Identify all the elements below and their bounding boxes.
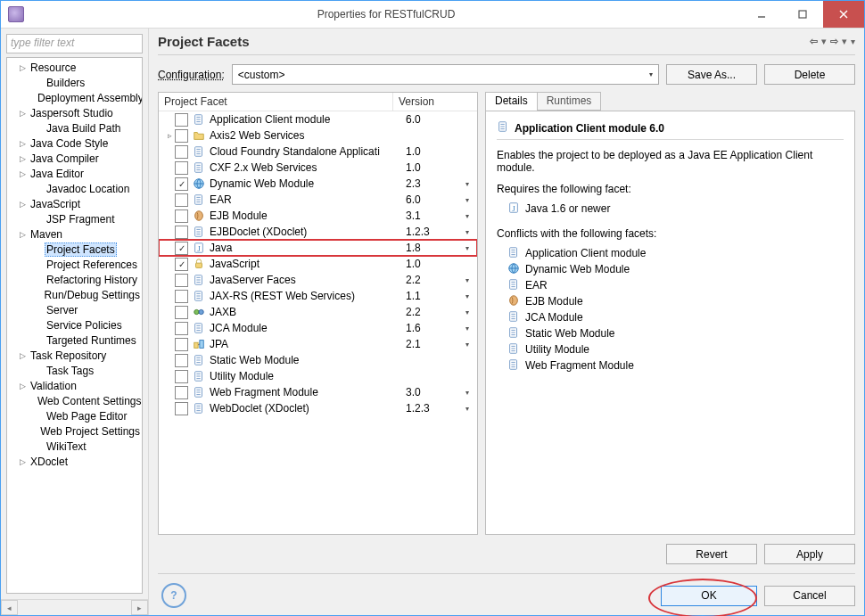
tree-item[interactable]: Builders [7, 75, 142, 90]
version-dropdown[interactable]: ▾ [457, 341, 477, 349]
facet-checkbox[interactable] [175, 258, 188, 271]
version-dropdown[interactable]: ▾ [457, 196, 477, 204]
facet-checkbox[interactable] [175, 290, 188, 303]
facet-table-body[interactable]: Application Client module6.0▹Axis2 Web S… [159, 111, 477, 534]
facet-checkbox[interactable] [175, 338, 188, 351]
facet-row[interactable]: JAXB2.2▾ [159, 304, 477, 320]
facet-row[interactable]: JavaScript1.0 [159, 256, 477, 272]
facet-row[interactable]: Dynamic Web Module2.3▾ [159, 176, 477, 192]
tree-item[interactable]: ▷Java Compiler [7, 151, 142, 166]
facet-row[interactable]: Web Fragment Module3.0▾ [159, 384, 477, 400]
help-button[interactable]: ? [161, 583, 186, 608]
filter-input[interactable]: type filter text [6, 34, 143, 53]
facet-checkbox[interactable] [175, 209, 188, 223]
col-version[interactable]: Version [393, 93, 477, 111]
apply-button[interactable]: Apply [764, 544, 855, 564]
tree-item[interactable]: Web Project Settings [7, 423, 142, 439]
version-dropdown[interactable]: ▾ [457, 292, 477, 300]
tree-item[interactable]: ▷Java Code Style [7, 136, 142, 151]
tree-item[interactable]: ▷XDoclet [7, 454, 142, 469]
tree-item[interactable]: Project References [7, 257, 142, 272]
tree-item[interactable]: ▷Validation [7, 378, 142, 393]
facet-checkbox[interactable] [175, 354, 188, 367]
tree-item[interactable]: Task Tags [7, 363, 142, 378]
version-dropdown[interactable]: ▾ [457, 308, 477, 316]
facet-checkbox[interactable] [175, 322, 188, 335]
version-dropdown[interactable]: ▾ [457, 244, 477, 252]
facet-row[interactable]: JJava1.8▾ [159, 240, 477, 256]
view-menu-icon[interactable]: ▾ [851, 37, 855, 46]
tree-item[interactable]: WikiText [7, 439, 142, 454]
scroll-track[interactable] [18, 600, 131, 615]
facet-checkbox[interactable] [175, 386, 188, 399]
configuration-select[interactable]: <custom> ▾ [232, 64, 659, 85]
save-as-button[interactable]: Save As... [666, 64, 757, 85]
facet-row[interactable]: JPA2.1▾ [159, 336, 477, 352]
facet-row[interactable]: EJBDoclet (XDoclet)1.2.3▾ [159, 224, 477, 240]
category-tree[interactable]: ▷ResourceBuildersDeployment Assembly▷Jas… [6, 57, 143, 594]
close-button[interactable] [823, 1, 864, 28]
tree-item[interactable]: Web Page Editor [7, 408, 142, 423]
tree-item[interactable]: ▷Jaspersoft Studio [7, 105, 142, 120]
tree-item[interactable]: Refactoring History [7, 272, 142, 287]
facet-checkbox[interactable] [175, 113, 188, 127]
facet-checkbox[interactable] [175, 161, 188, 175]
nav-back-icon[interactable]: ⇦ [810, 36, 818, 47]
version-dropdown[interactable]: ▾ [457, 180, 477, 188]
facet-row[interactable]: Application Client module6.0 [159, 111, 477, 127]
facet-row[interactable]: JAX-RS (REST Web Services)1.1▾ [159, 288, 477, 304]
tree-item[interactable]: ▷JavaScript [7, 196, 142, 211]
tree-item[interactable]: Run/Debug Settings [7, 287, 142, 302]
facet-checkbox[interactable] [175, 306, 188, 319]
tree-item[interactable]: JSP Fragment [7, 211, 142, 226]
tree-item[interactable]: ▷Task Repository [7, 348, 142, 363]
tab-details[interactable]: Details [485, 92, 538, 111]
facet-row[interactable]: Static Web Module [159, 352, 477, 368]
minimize-button[interactable] [741, 1, 782, 28]
facet-checkbox[interactable] [175, 226, 188, 239]
tree-item[interactable]: ▷Resource [7, 60, 142, 75]
tree-hscrollbar[interactable]: ◂ ▸ [1, 599, 148, 615]
tree-item[interactable]: Java Build Path [7, 120, 142, 136]
delete-button[interactable]: Delete [764, 64, 855, 85]
facet-row[interactable]: JavaServer Faces2.2▾ [159, 272, 477, 288]
ok-button[interactable]: OK [661, 586, 757, 606]
version-dropdown[interactable]: ▾ [457, 405, 477, 413]
facet-row[interactable]: WebDoclet (XDoclet)1.2.3▾ [159, 400, 477, 416]
nav-forward-icon[interactable]: ⇨ [830, 36, 838, 47]
tree-item[interactable]: ▷Maven [7, 226, 142, 242]
cancel-button[interactable]: Cancel [764, 586, 855, 606]
col-project-facet[interactable]: Project Facet [159, 93, 393, 111]
facet-checkbox[interactable] [175, 242, 188, 255]
revert-button[interactable]: Revert [666, 544, 757, 564]
tab-runtimes[interactable]: Runtimes [537, 92, 602, 111]
tree-item[interactable]: Service Policies [7, 317, 142, 333]
tree-item[interactable]: Javadoc Location [7, 181, 142, 196]
nav-forward-menu[interactable]: ▾ [842, 36, 847, 47]
version-dropdown[interactable]: ▾ [457, 324, 477, 333]
version-dropdown[interactable]: ▾ [457, 276, 477, 284]
tree-item[interactable]: Server [7, 302, 142, 317]
tree-item[interactable]: Deployment Assembly [7, 90, 142, 105]
tree-item[interactable]: Web Content Settings [7, 393, 142, 408]
scroll-left-button[interactable]: ◂ [1, 600, 18, 615]
facet-row[interactable]: ▹Axis2 Web Services [159, 127, 477, 144]
version-dropdown[interactable]: ▾ [457, 228, 477, 236]
facet-checkbox[interactable] [175, 274, 188, 287]
tree-item[interactable]: ▷Java Editor [7, 166, 142, 181]
tree-item[interactable]: Targeted Runtimes [7, 333, 142, 348]
facet-row[interactable]: Utility Module [159, 368, 477, 384]
facet-row[interactable]: CXF 2.x Web Services1.0 [159, 160, 477, 176]
facet-checkbox[interactable] [175, 145, 188, 159]
facet-checkbox[interactable] [175, 402, 188, 415]
version-dropdown[interactable]: ▾ [457, 389, 477, 397]
facet-row[interactable]: EJB Module3.1▾ [159, 208, 477, 224]
facet-row[interactable]: JCA Module1.6▾ [159, 320, 477, 336]
tree-item[interactable]: Project Facets [7, 242, 142, 257]
maximize-button[interactable] [782, 1, 823, 28]
nav-back-menu[interactable]: ▾ [821, 36, 827, 47]
version-dropdown[interactable]: ▾ [457, 212, 477, 220]
facet-checkbox[interactable] [175, 370, 188, 383]
expand-icon[interactable]: ▹ [164, 131, 175, 140]
scroll-right-button[interactable]: ▸ [131, 600, 148, 615]
